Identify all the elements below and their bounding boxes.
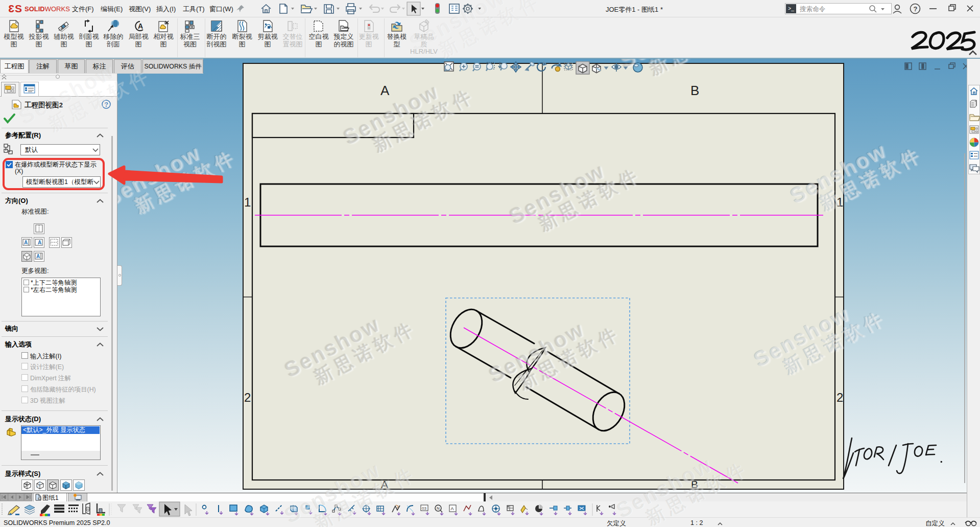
svg-text:A: A [24, 240, 28, 245]
svg-text:03: 03 [422, 506, 426, 511]
svg-text:?: ? [914, 5, 918, 13]
svg-text:N: N [437, 506, 440, 511]
svg-text:S: S [15, 3, 22, 14]
svg-text:A: A [138, 22, 143, 30]
svg-text:3: 3 [8, 3, 14, 14]
svg-text:A: A [36, 254, 40, 259]
svg-text:2: 2 [836, 391, 843, 404]
svg-text:B: B [690, 83, 699, 98]
svg-text:SOLIDWORKS: SOLIDWORKS [25, 5, 70, 13]
svg-text:A: A [380, 83, 390, 98]
svg-text:A: A [451, 506, 454, 511]
svg-text:2: 2 [244, 391, 251, 404]
svg-text:A: A [38, 240, 41, 245]
svg-text:1: 1 [244, 195, 251, 209]
